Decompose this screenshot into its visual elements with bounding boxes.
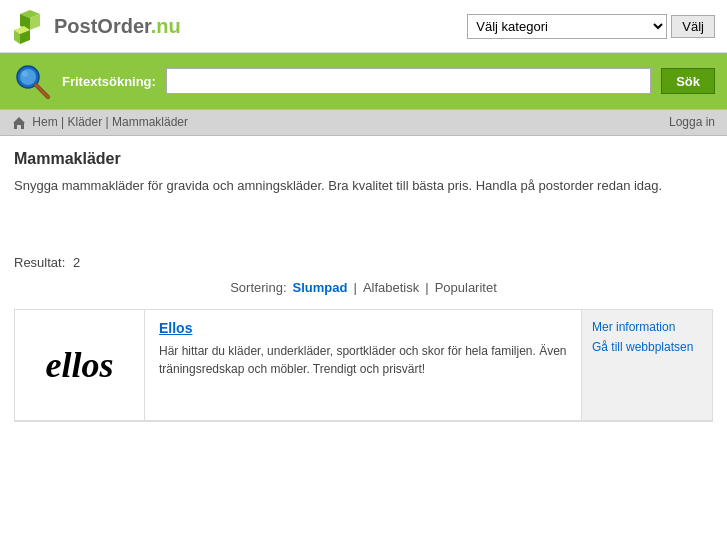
sort-popularitet[interactable]: Popularitet — [435, 280, 497, 295]
sort-alfabetisk[interactable]: Alfabetisk — [363, 280, 419, 295]
product-description: Här hittar du kläder, underkläder, sport… — [159, 342, 567, 378]
result-number: 2 — [73, 255, 80, 270]
product-info-cell: Ellos Här hittar du kläder, underkläder,… — [145, 310, 582, 420]
category-select[interactable]: Välj kategori — [467, 14, 667, 39]
table-row: ellos Ellos Här hittar du kläder, underk… — [15, 310, 712, 421]
breadcrumb-level1[interactable]: Kläder — [67, 115, 102, 129]
sort-sep1: | — [353, 280, 356, 295]
svg-marker-11 — [13, 117, 25, 129]
product-more-info-link[interactable]: Mer information — [592, 320, 702, 334]
logo-area: PostOrder.nu — [12, 8, 181, 44]
product-image-cell: ellos — [15, 310, 145, 420]
search-bar: Fritextsökning: Sök — [0, 53, 727, 109]
header: PostOrder.nu Välj kategori Välj — [0, 0, 727, 53]
page-description: Snygga mammakläder för gravida och amnin… — [14, 176, 713, 196]
search-icon — [12, 61, 52, 101]
breadcrumb-bar: Hem | Kläder | Mammakläder Logga in — [0, 109, 727, 136]
product-name-link[interactable]: Ellos — [159, 320, 567, 336]
page-title: Mammakläder — [14, 150, 713, 168]
svg-point-7 — [20, 69, 36, 85]
product-actions-cell: Mer information Gå till webbplatsen — [582, 310, 712, 420]
breadcrumb-home[interactable]: Hem — [32, 115, 57, 129]
sort-slumpad[interactable]: Slumpad — [293, 280, 348, 295]
home-icon — [12, 116, 26, 130]
sort-sep2: | — [425, 280, 428, 295]
breadcrumb: Hem | Kläder | Mammakläder — [12, 115, 188, 130]
search-input[interactable] — [166, 68, 651, 94]
sorting-bar: Sortering: Slumpad | Alfabetisk | Popula… — [14, 280, 713, 295]
result-label: Resultat: — [14, 255, 65, 270]
logo-text: PostOrder.nu — [54, 15, 181, 38]
breadcrumb-level2[interactable]: Mammakläder — [112, 115, 188, 129]
login-link[interactable]: Logga in — [669, 115, 715, 129]
category-button[interactable]: Välj — [671, 15, 715, 38]
product-logo: ellos — [46, 344, 114, 386]
result-count: Resultat: 2 — [14, 255, 713, 270]
search-label: Fritextsökning: — [62, 74, 156, 89]
product-list: ellos Ellos Här hittar du kläder, underk… — [14, 309, 713, 422]
sorting-label: Sortering: — [230, 280, 286, 295]
product-website-link[interactable]: Gå till webbplatsen — [592, 340, 702, 354]
svg-line-10 — [36, 85, 48, 97]
search-button[interactable]: Sök — [661, 68, 715, 94]
header-right: Välj kategori Välj — [467, 14, 715, 39]
svg-point-8 — [22, 71, 28, 77]
main-content: Mammakläder Snygga mammakläder för gravi… — [0, 136, 727, 437]
logo-icon — [12, 8, 48, 44]
